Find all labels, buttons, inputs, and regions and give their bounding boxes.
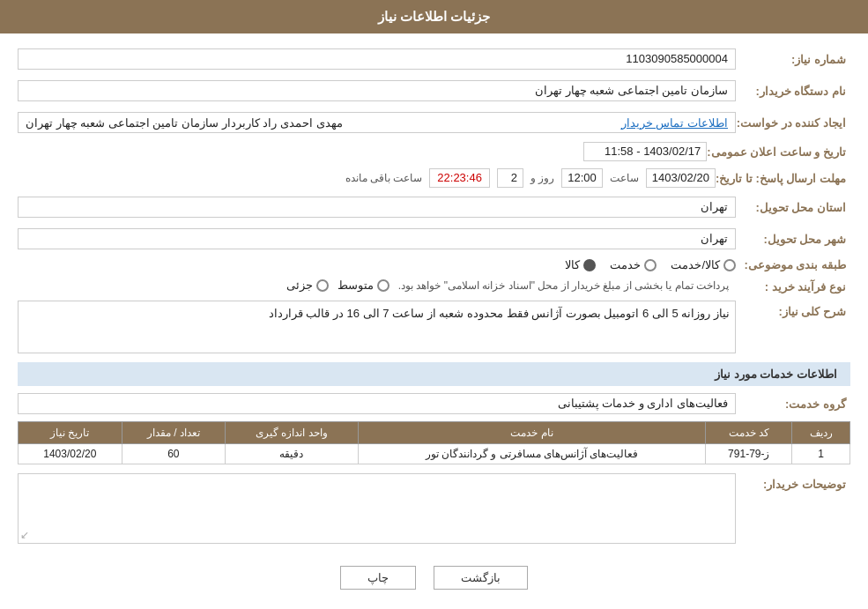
buyer-desc-label: توضیحات خریدار:: [736, 473, 850, 491]
buttons-row: بازگشت چاپ: [18, 553, 850, 603]
city-row: شهر محل تحویل: تهران: [18, 227, 850, 251]
radio-medium-icon: [377, 279, 389, 292]
radio-goods-services-icon: [723, 259, 736, 271]
group-service-value: فعالیت‌های اداری و خدمات پشتیبانی: [18, 393, 736, 414]
description-label: شرح کلی نیاز:: [736, 301, 850, 318]
services-table: ردیف کد خدمت نام خدمت واحد اندازه گیری ت…: [18, 421, 850, 464]
radio-partial-icon: [316, 279, 329, 292]
buyer-org-label: نام دستگاه خریدار:: [736, 85, 850, 98]
process-option-partial[interactable]: جزئی: [286, 279, 329, 292]
city-value: تهران: [18, 228, 736, 249]
announce-value-container: 1403/02/17 - 11:58: [18, 142, 707, 161]
process-option-medium[interactable]: متوسط: [338, 279, 389, 292]
buyer-org-row: نام دستگاه خریدار: سازمان تامین اجتماعی …: [18, 78, 850, 103]
process-options: پرداخت تمام یا بخشی از مبلغ خریدار از مح…: [286, 279, 736, 292]
page-header: جزئیات اطلاعات نیاز: [0, 0, 868, 33]
need-number-row: شماره نیاز: 1103090585000004: [18, 47, 850, 71]
need-number-value: 1103090585000004: [18, 48, 736, 70]
deadline-date: 1403/02/20: [646, 168, 716, 188]
category-options: کالا/خدمت خدمت کالا: [565, 258, 736, 271]
deadline-time: 12:00: [561, 168, 603, 188]
process-label: نوع فرآیند خرید :: [736, 279, 850, 293]
creator-value-box: مهدی احمدی راد کاربردار سازمان تامین اجت…: [18, 112, 736, 133]
province-value: تهران: [18, 197, 736, 218]
category-goods-services-label: کالا/خدمت: [671, 258, 720, 271]
table-header-count: تعداد / مقدار: [122, 422, 225, 444]
province-row: استان محل تحویل: تهران: [18, 195, 850, 219]
creator-label: ایجاد کننده در خواست:: [736, 116, 850, 130]
table-header-code: کد خدمت: [706, 422, 792, 444]
announce-label: تاریخ و ساعت اعلان عمومی:: [707, 145, 850, 159]
creator-row: ایجاد کننده در خواست: مهدی احمدی راد کار…: [18, 110, 850, 135]
process-row: نوع فرآیند خرید : پرداخت تمام یا بخشی از…: [18, 279, 850, 293]
cell-code: ز-79-791: [706, 444, 792, 464]
announce-date: 1403/02/17 - 11:58: [583, 142, 707, 161]
deadline-inputs: 1403/02/20 ساعت 12:00 روز و 2 22:23:46 س…: [18, 168, 716, 188]
table-header-unit: واحد اندازه گیری: [226, 422, 359, 444]
resize-handle-icon: ↙: [20, 529, 29, 541]
table-header-date: تاریخ نیاز: [19, 422, 122, 444]
category-row: طبقه بندی موضوعی: کالا/خدمت خدمت کالا: [18, 258, 850, 271]
group-service-row: گروه خدمت: فعالیت‌های اداری و خدمات پشتی…: [18, 393, 850, 414]
process-note: پرداخت تمام یا بخشی از مبلغ خریدار از مح…: [398, 279, 729, 292]
print-button[interactable]: چاپ: [340, 566, 416, 590]
category-option-goods-services[interactable]: کالا/خدمت: [671, 258, 736, 271]
announce-row: تاریخ و ساعت اعلان عمومی: 1403/02/17 - 1…: [18, 142, 850, 161]
category-option-service[interactable]: خدمت: [610, 258, 657, 271]
radio-goods-icon: [583, 259, 596, 271]
category-service-label: خدمت: [610, 258, 641, 271]
buyer-org-value: سازمان تامین اجتماعی شعبه چهار تهران: [18, 80, 736, 101]
province-label: استان محل تحویل:: [736, 201, 850, 214]
table-header-name: نام خدمت: [358, 422, 706, 444]
back-button[interactable]: بازگشت: [434, 566, 528, 590]
table-row: 1 ز-79-791 فعالیت‌های آژانس‌های مسافرتی …: [19, 444, 850, 464]
cell-row: 1: [792, 444, 850, 464]
category-goods-label: کالا: [565, 258, 580, 271]
need-number-label: شماره نیاز:: [736, 53, 850, 66]
deadline-row: مهلت ارسال پاسخ: تا تاریخ: 1403/02/20 سا…: [18, 168, 850, 188]
cell-date: 1403/02/20: [19, 444, 122, 464]
deadline-remaining-label: ساعت باقی مانده: [345, 172, 423, 184]
cell-name: فعالیت‌های آژانس‌های مسافرتی و گردانندگا…: [358, 444, 706, 464]
buyer-desc-row: توضیحات خریدار: ↙: [18, 473, 850, 544]
category-label: طبقه بندی موضوعی:: [736, 258, 850, 271]
cell-unit: دقیقه: [226, 444, 359, 464]
deadline-label: مهلت ارسال پاسخ: تا تاریخ:: [716, 172, 850, 185]
table-header-row: ردیف: [792, 422, 850, 444]
city-label: شهر محل تحویل:: [736, 233, 850, 246]
description-row: شرح کلی نیاز: نیاز روزانه 5 الی 6 اتومبی…: [18, 301, 850, 353]
page-title: جزئیات اطلاعات نیاز: [378, 9, 490, 24]
process-partial-label: جزئی: [286, 279, 313, 292]
deadline-days: 2: [497, 168, 523, 188]
buyer-desc-box: ↙: [18, 473, 736, 544]
process-medium-label: متوسط: [338, 279, 374, 292]
creator-value: مهدی احمدی راد کاربردار سازمان تامین اجت…: [26, 116, 343, 130]
cell-count: 60: [122, 444, 225, 464]
description-box: نیاز روزانه 5 الی 6 اتومبیل بصورت آژانس …: [18, 301, 736, 353]
group-service-label: گروه خدمت:: [736, 397, 850, 411]
description-value: نیاز روزانه 5 الی 6 اتومبیل بصورت آژانس …: [269, 307, 730, 320]
deadline-time-label: ساعت: [610, 172, 639, 184]
contact-link[interactable]: اطلاعات تماس خریدار: [621, 116, 728, 130]
deadline-remaining: 22:23:46: [429, 168, 490, 188]
services-section-header: اطلاعات خدمات مورد نیاز: [18, 362, 850, 386]
category-option-goods[interactable]: کالا: [565, 258, 596, 271]
radio-service-icon: [644, 259, 657, 271]
deadline-day-label: روز و: [530, 172, 554, 184]
